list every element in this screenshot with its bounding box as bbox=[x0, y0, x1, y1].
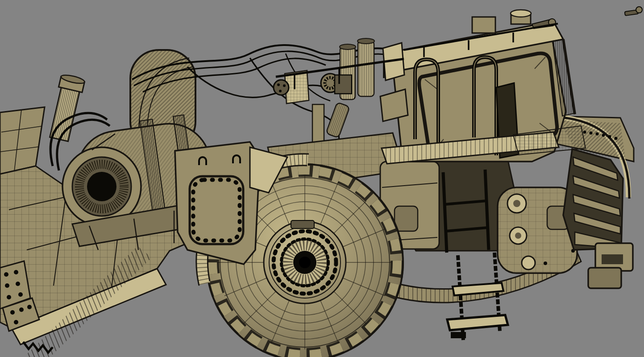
grille bbox=[563, 149, 623, 250]
roof-box bbox=[472, 17, 495, 33]
valve-block bbox=[335, 75, 352, 94]
hub-bracket bbox=[291, 220, 314, 228]
ladder-foot bbox=[451, 332, 466, 338]
hub-nut bbox=[299, 257, 311, 268]
axle-hub-3 bbox=[522, 256, 535, 270]
access-plate bbox=[190, 176, 243, 244]
beacon-light bbox=[636, 7, 642, 13]
render-viewport bbox=[0, 0, 644, 357]
wireframe-render bbox=[0, 0, 644, 357]
roof-cap bbox=[511, 10, 531, 17]
u-joint-disc bbox=[274, 80, 289, 95]
bumper-block-lower bbox=[588, 268, 621, 288]
bumper-slot bbox=[602, 254, 623, 264]
tank-recess bbox=[395, 206, 418, 231]
drum-face-core bbox=[87, 172, 116, 201]
